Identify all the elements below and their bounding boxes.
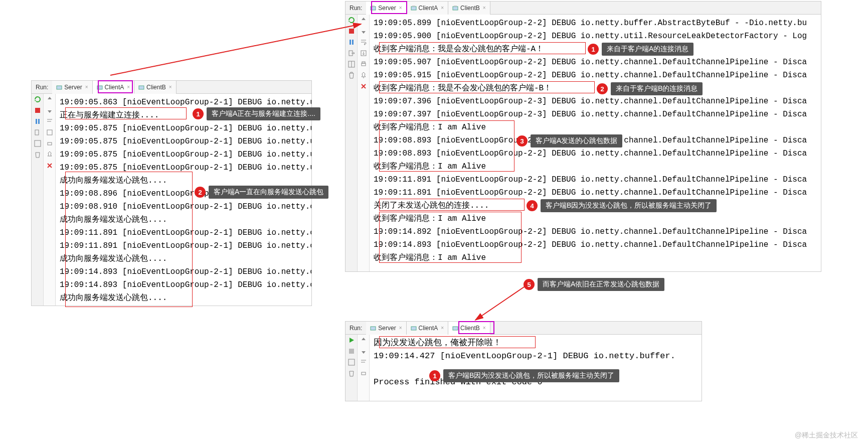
console-output[interactable]: 因为没发送心跳包，俺被开除啦！ 19:09:14.427 [nioEventLo…: [370, 335, 702, 401]
watermark: @稀土掘金技术社区: [795, 431, 858, 440]
svg-rect-18: [35, 108, 40, 113]
wrap-icon[interactable]: [360, 39, 367, 46]
tab-server[interactable]: Server ×: [52, 81, 92, 94]
run-config-icon: [138, 84, 144, 90]
server-panel: Run: Server × ClientA × ClientB ×: [345, 1, 821, 272]
svg-rect-24: [48, 142, 52, 145]
tab-server[interactable]: Server ×: [366, 322, 406, 335]
pin-icon[interactable]: [46, 151, 53, 158]
rerun-icon[interactable]: [348, 17, 355, 24]
svg-rect-7: [350, 40, 351, 45]
stop-icon[interactable]: [348, 348, 355, 355]
trash-icon[interactable]: [348, 72, 355, 79]
stop-icon[interactable]: [34, 107, 41, 114]
up-icon[interactable]: [46, 96, 53, 103]
exit-icon[interactable]: [348, 50, 355, 57]
arrow-to-server: [100, 20, 371, 85]
svg-rect-3: [412, 6, 415, 7]
exit-icon[interactable]: [34, 129, 41, 136]
tab-clienta[interactable]: ClientA ×: [407, 322, 449, 335]
print-icon[interactable]: [360, 370, 367, 377]
svg-rect-16: [97, 86, 102, 89]
layout-icon[interactable]: [34, 140, 41, 147]
print-icon[interactable]: [46, 140, 53, 147]
tab-clientb[interactable]: ClientB ×: [448, 322, 490, 335]
console-output[interactable]: 19:09:05.899 [nioEventLoopGroup-2-2] DEB…: [370, 15, 821, 271]
panel-body: 19:09:05.899 [nioEventLoopGroup-2-2] DEB…: [345, 15, 821, 271]
svg-rect-19: [36, 119, 37, 124]
svg-rect-23: [47, 130, 52, 135]
svg-rect-1: [372, 6, 375, 7]
console-toolbar: [358, 15, 370, 271]
arrow-to-clientb: [470, 284, 531, 324]
svg-rect-0: [371, 7, 376, 10]
console-output[interactable]: 19:09:05.863 [nioEventLoopGroup-2-1] DEB…: [56, 94, 311, 306]
pause-icon[interactable]: [348, 39, 355, 46]
callout-number: 5: [524, 279, 535, 290]
wrap-icon[interactable]: [46, 118, 53, 125]
layout-icon[interactable]: [348, 61, 355, 68]
svg-rect-30: [362, 372, 366, 375]
close-icon[interactable]: ×: [483, 5, 486, 11]
svg-rect-4: [453, 7, 458, 10]
close-icon[interactable]: ×: [483, 325, 486, 331]
tab-label: ClientB: [460, 325, 480, 332]
run-config-icon: [370, 325, 376, 331]
tab-clienta[interactable]: ClientA ×: [93, 81, 135, 94]
panel-header: Run: Server × ClientA × ClientB ×: [32, 81, 311, 94]
run-config-icon: [97, 84, 103, 90]
stop-icon[interactable]: [348, 28, 355, 35]
run-toolbar: [345, 335, 358, 401]
panel-body: 19:09:05.863 [nioEventLoopGroup-2-1] DEB…: [32, 94, 311, 306]
tab-label: ClientA: [419, 5, 438, 12]
run-label: Run:: [350, 325, 362, 332]
close-icon[interactable]: ×: [441, 5, 444, 11]
wrap-icon[interactable]: [360, 359, 367, 366]
down-icon[interactable]: [46, 107, 53, 114]
pause-icon[interactable]: [34, 118, 41, 125]
svg-line-32: [475, 286, 526, 320]
clear-icon[interactable]: [360, 83, 367, 90]
tab-server[interactable]: Server ×: [366, 2, 406, 15]
scroll-icon[interactable]: [360, 50, 367, 57]
run-config-icon: [452, 5, 458, 11]
panel-header: Run: Server × ClientA × ClientB ×: [345, 2, 821, 15]
close-icon[interactable]: ×: [399, 5, 402, 11]
svg-rect-29: [349, 359, 355, 365]
svg-rect-8: [352, 40, 354, 45]
up-icon[interactable]: [360, 17, 367, 24]
console-toolbar: [358, 335, 370, 401]
pin-icon[interactable]: [360, 72, 367, 79]
close-icon[interactable]: ×: [127, 84, 130, 90]
close-icon[interactable]: ×: [85, 84, 88, 90]
tab-clientb[interactable]: ClientB ×: [134, 81, 177, 94]
run-config-icon: [411, 5, 417, 11]
server-callout5: 5 而客户端A依旧在正常发送心跳包数据: [524, 278, 664, 291]
tab-label: ClientA: [419, 325, 438, 332]
close-icon[interactable]: ×: [441, 325, 444, 331]
print-icon[interactable]: [360, 61, 367, 68]
svg-rect-26: [411, 327, 416, 330]
tab-clienta[interactable]: ClientA ×: [407, 2, 449, 15]
svg-rect-21: [35, 130, 39, 135]
clear-icon[interactable]: [46, 162, 53, 169]
tab-label: ClientB: [146, 84, 166, 91]
run-config-icon: [370, 5, 376, 11]
tab-clientb[interactable]: ClientB ×: [448, 2, 490, 15]
down-icon[interactable]: [360, 28, 367, 35]
trash-icon[interactable]: [34, 151, 41, 158]
run-toolbar: [32, 94, 44, 306]
up-icon[interactable]: [360, 337, 367, 344]
console-toolbar: [44, 94, 56, 306]
close-icon[interactable]: ×: [399, 325, 402, 331]
svg-rect-13: [362, 63, 366, 66]
tab-label: Server: [378, 325, 396, 332]
close-icon[interactable]: ×: [169, 84, 172, 90]
run-icon[interactable]: [348, 337, 355, 344]
svg-rect-20: [38, 119, 40, 124]
down-icon[interactable]: [360, 348, 367, 355]
rerun-icon[interactable]: [34, 96, 41, 103]
scroll-icon[interactable]: [46, 129, 53, 136]
layout-icon[interactable]: [348, 359, 355, 366]
trash-icon[interactable]: [348, 370, 355, 377]
